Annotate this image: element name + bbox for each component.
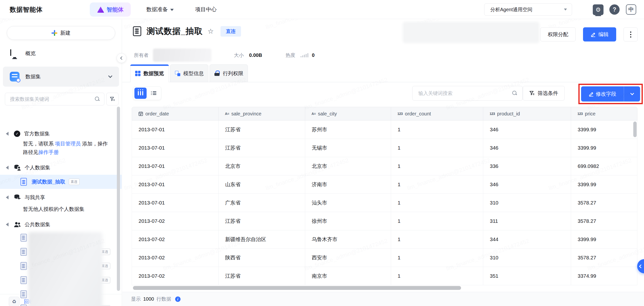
table-row[interactable]: 2013-07-01广东省汕头市13103578.27 — [132, 194, 638, 212]
table-row[interactable]: 2013-07-02陕西省西安市13103578.27 — [132, 249, 638, 267]
table-horizontal-scrollbar[interactable] — [133, 286, 461, 290]
tab-model-info[interactable]: 模型信息 — [170, 64, 208, 82]
table-cell: 336 — [483, 157, 571, 175]
direct-connect-badge: 直连 — [220, 26, 241, 36]
chevron-left-icon — [120, 56, 124, 60]
table-cell: 西安市 — [305, 249, 391, 267]
edit-button[interactable]: 编辑 — [583, 27, 616, 42]
number-type-icon: 123 — [398, 112, 403, 116]
nav-project-center[interactable]: 项目中心 — [195, 0, 216, 19]
model-icon — [175, 70, 180, 76]
number-type-icon: 123 — [490, 112, 495, 116]
chevron-down-icon — [564, 8, 567, 10]
table-cell: 310 — [483, 194, 571, 212]
device-settings-icon[interactable]: ⚙ — [593, 4, 604, 15]
table-row[interactable]: 2013-07-02江苏省徐州市13113578.27 — [132, 212, 638, 230]
table-cell: 346 — [483, 176, 571, 194]
search-icon[interactable] — [95, 97, 100, 102]
table-cell: 2013-07-02 — [132, 249, 218, 267]
table-cell: 汕头市 — [305, 194, 391, 212]
table-cell: 351 — [483, 267, 571, 285]
table-cell: 3374.99 — [571, 267, 637, 285]
plus-icon — [52, 30, 57, 36]
tab-row-column-permission[interactable]: 行列权限 — [210, 64, 248, 82]
table-cell: 310 — [483, 249, 571, 267]
table-cell: 3399.99 — [571, 230, 637, 248]
tree-expand-icon[interactable] — [6, 196, 8, 199]
recycle-icon: ♻ — [9, 297, 20, 306]
admin-link[interactable]: 项目管理员 — [55, 141, 81, 146]
table-row[interactable]: 2013-07-01江苏省苏州市13463399.99 — [132, 120, 638, 139]
new-button[interactable]: 新建 — [7, 26, 115, 40]
table-row[interactable]: 2013-07-01北京市北京市1336699.0982 — [132, 157, 638, 176]
dataset-doc-icon — [20, 276, 27, 284]
more-menu-button[interactable] — [624, 27, 638, 42]
column-header[interactable]: 123product_id — [483, 107, 571, 120]
column-header[interactable]: A≡sale_province — [218, 107, 305, 120]
agent-mountain-icon: ✦ — [97, 6, 104, 13]
favorite-star-icon[interactable]: ☆ — [208, 27, 214, 36]
direct-connect-badge: 直连 — [69, 178, 80, 185]
top-bar: 数据智能体 ✦ 智能体 数据准备 项目中心 分析Agent通用空间 ⚙ ? 中 — [0, 0, 644, 19]
shared-empty-text: 暂无他人授权的个人数据集 — [23, 205, 111, 213]
table-cell: 3399.99 — [571, 139, 637, 157]
nav-agent[interactable]: ✦ 智能体 — [90, 2, 131, 16]
table-cell: 北京市 — [218, 157, 305, 175]
keyword-search-input[interactable] — [412, 90, 512, 96]
info-icon[interactable]: i — [175, 296, 180, 302]
main-content: 测试数据_抽取 ☆ 直连 所有者 大小 0.00B 热度 0 权限分配 编辑 数… — [122, 19, 644, 306]
tree-section-shared[interactable]: 与我共享 — [0, 192, 122, 203]
help-icon[interactable]: ? — [609, 4, 620, 15]
dataset-tree: ✓ 官方数据集 暂无，请联系 项目管理员 添加，操作路径见操作手册 个人数据集 … — [0, 108, 122, 299]
nav-data-prep[interactable]: 数据准备 — [146, 0, 174, 19]
column-header[interactable]: A≡sale_city — [305, 107, 391, 120]
table-row[interactable]: 2013-07-02江苏省南京市13513374.99 — [132, 267, 638, 285]
column-header[interactable]: 123order_count — [391, 107, 483, 120]
dataset-doc-icon — [20, 178, 27, 186]
filter-condition-button[interactable]: 筛选条件 — [523, 86, 565, 100]
tree-item-selected-dataset[interactable]: 测试数据_抽取 直连 — [0, 175, 122, 189]
table-cell: 3578.27 — [571, 212, 637, 230]
dataset-filter-button[interactable] — [106, 93, 118, 106]
table-cell: 1 — [391, 249, 483, 267]
funnel-icon — [110, 96, 115, 102]
dataset-search-input[interactable] — [5, 96, 95, 102]
sidebar-scrollbar[interactable] — [117, 107, 120, 291]
sidebar-collapse-button[interactable] — [116, 53, 126, 63]
table-row[interactable]: 2013-07-02新疆维吾尔自治区乌鲁木齐市13443399.99 — [132, 230, 638, 249]
tab-data-preview[interactable]: 数据预览 — [130, 64, 169, 82]
table-cell: 2013-07-02 — [132, 267, 218, 285]
tree-expand-icon[interactable] — [6, 222, 8, 226]
column-header[interactable]: order_date — [132, 107, 218, 120]
sidebar-item-dataset[interactable]: 数据集 — [3, 66, 119, 87]
workspace-select[interactable]: 分析Agent通用空间 — [484, 4, 572, 16]
tree-expand-icon[interactable] — [6, 166, 8, 170]
list-view-button[interactable] — [148, 88, 160, 99]
chevron-down-icon — [108, 74, 112, 78]
manual-link[interactable]: 操作手册 — [38, 149, 59, 155]
table-row[interactable]: 2013-07-01山东省济南市13463399.99 — [132, 176, 638, 194]
table-cell: 346 — [483, 120, 571, 138]
search-icon[interactable] — [512, 91, 517, 96]
column-view-button[interactable] — [134, 88, 146, 99]
table-cell: 1 — [391, 267, 483, 285]
tree-section-personal[interactable]: 个人数据集 — [0, 162, 122, 173]
chevron-down-icon — [170, 9, 174, 11]
permission-button[interactable]: 权限分配 — [540, 27, 576, 42]
column-header[interactable]: 123price — [571, 107, 637, 120]
tree-section-public[interactable]: 公共数据集 — [0, 219, 122, 230]
table-vertical-scrollbar[interactable] — [633, 122, 637, 137]
sidebar-item-overview[interactable]: 概览 — [6, 46, 116, 60]
table-cell: 乌鲁木齐市 — [305, 230, 391, 248]
table-cell: 344 — [483, 230, 571, 248]
public-dataset-icon — [14, 221, 21, 228]
tree-section-official[interactable]: ✓ 官方数据集 — [0, 128, 122, 139]
table-cell: 无锡市 — [305, 139, 391, 157]
table-cell: 3399.99 — [571, 176, 637, 194]
tree-expand-icon[interactable] — [6, 132, 8, 136]
table-row[interactable]: 2013-07-01江苏省无锡市13463399.99 — [132, 139, 638, 157]
shared-dataset-icon — [14, 194, 21, 201]
table-cell: 346 — [483, 139, 571, 157]
dataset-app-icon — [10, 72, 20, 82]
language-icon[interactable]: 中 — [626, 4, 636, 15]
